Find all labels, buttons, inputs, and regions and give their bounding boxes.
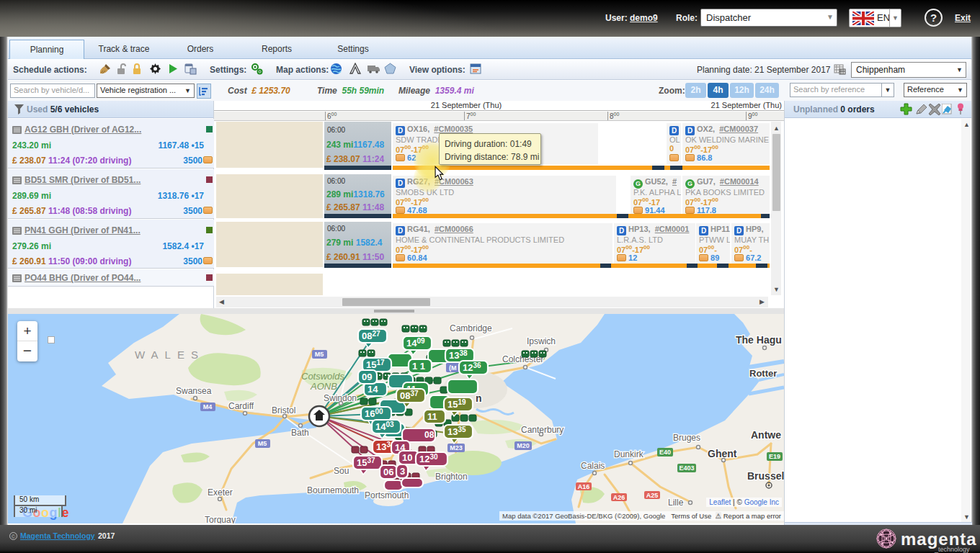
- svg-text:Lille: Lille: [668, 498, 684, 508]
- svg-text:Cardiff: Cardiff: [228, 401, 254, 411]
- svg-text:A25: A25: [646, 492, 659, 499]
- svg-text:Portsmouth: Portsmouth: [365, 490, 409, 500]
- svg-text:Bristol: Bristol: [272, 405, 295, 415]
- svg-text:Torquay: Torquay: [205, 515, 236, 523]
- svg-text:M5: M5: [258, 440, 267, 447]
- svg-text:Bournemouth: Bournemouth: [307, 485, 359, 495]
- svg-text:M20: M20: [517, 442, 530, 449]
- svg-text:Brussel: Brussel: [747, 470, 784, 482]
- svg-text:Antwe: Antwe: [751, 429, 781, 441]
- svg-text:06: 06: [383, 467, 393, 477]
- svg-text:Swansea: Swansea: [176, 386, 212, 396]
- svg-text:A26: A26: [613, 494, 625, 501]
- svg-text:09: 09: [362, 372, 372, 382]
- svg-text:E19: E19: [769, 453, 780, 460]
- svg-text:Cotswolds: Cotswolds: [301, 371, 344, 382]
- svg-text:11: 11: [427, 411, 437, 422]
- svg-text:M5: M5: [315, 351, 324, 358]
- svg-text:Calais: Calais: [581, 461, 605, 471]
- svg-text:08: 08: [424, 430, 435, 440]
- svg-text:E40: E40: [659, 449, 671, 456]
- svg-text:The Hagu: The Hagu: [736, 334, 782, 346]
- svg-text:Sou: Sou: [334, 466, 349, 476]
- svg-text:Ipswich: Ipswich: [527, 336, 556, 346]
- svg-text:3: 3: [400, 466, 405, 477]
- svg-text:Cambridge: Cambridge: [450, 323, 492, 333]
- svg-text:WALES: WALES: [135, 349, 205, 361]
- svg-text:M4: M4: [203, 403, 213, 410]
- svg-text:A16: A16: [578, 483, 590, 490]
- svg-text:10: 10: [402, 452, 412, 463]
- svg-text:AONB: AONB: [310, 381, 337, 392]
- svg-text:Rotter: Rotter: [749, 368, 777, 379]
- svg-text:Dunkirk: Dunkirk: [614, 449, 644, 459]
- svg-text:Bruges: Bruges: [673, 433, 700, 443]
- svg-text:Ghent: Ghent: [708, 448, 737, 459]
- svg-text:M23: M23: [450, 444, 463, 451]
- svg-text:n: n: [476, 392, 482, 404]
- svg-text:Brighton: Brighton: [435, 472, 468, 482]
- svg-text:1 1: 1 1: [412, 361, 425, 372]
- svg-text:14: 14: [368, 384, 378, 395]
- svg-text:Bath: Bath: [291, 428, 309, 438]
- svg-text:(M: (M: [449, 364, 457, 372]
- svg-text:E403: E403: [679, 464, 694, 472]
- svg-text:Exeter: Exeter: [208, 487, 233, 498]
